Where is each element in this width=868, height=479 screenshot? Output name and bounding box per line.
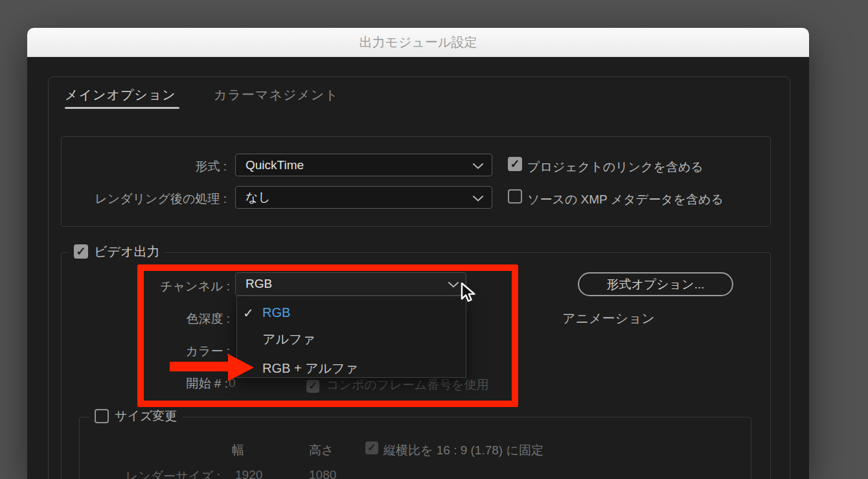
width-column-header: 幅 (232, 442, 244, 459)
format-label: 形式 : (58, 158, 227, 175)
resize-legend: サイズ変更 (89, 407, 182, 425)
chevron-down-icon (473, 191, 483, 205)
tab-color-management[interactable]: カラーマネジメント (214, 86, 339, 104)
format-options-button[interactable]: 形式オプション... (578, 272, 733, 296)
video-output-label: ビデオ出力 (94, 243, 159, 261)
post-render-select[interactable]: なし (235, 186, 492, 209)
render-size-label: レンダーサイズ : (78, 468, 220, 479)
format-groupbox (61, 136, 771, 227)
dialog-title: 出力モジュール設定 (360, 35, 477, 49)
format-select[interactable]: QuickTime (235, 154, 492, 176)
tab-main-options[interactable]: メインオプション (65, 86, 176, 104)
post-render-select-value: なし (246, 189, 271, 206)
lock-aspect-checkbox[interactable]: ✓ (365, 441, 378, 454)
mouse-cursor-icon (460, 282, 477, 306)
check-icon: ✓ (367, 442, 376, 453)
check-icon: ✓ (76, 245, 86, 258)
annotation-arrow (170, 362, 229, 371)
codec-value: アニメーション (562, 310, 655, 327)
post-render-label: レンダリング後の処理 : (58, 191, 227, 207)
render-height-value: 1080 (309, 468, 336, 479)
include-xmp-label: ソースの XMP メタデータを含める (527, 191, 724, 208)
annotation-arrow-head (228, 354, 254, 381)
check-icon: ✓ (510, 158, 520, 170)
height-column-header: 高さ (309, 442, 334, 459)
video-output-legend: ✓ ビデオ出力 (69, 242, 165, 261)
chevron-down-icon (473, 158, 483, 172)
desktop-background: 出力モジュール設定 メインオプション カラーマネジメント 形式 : QuickT… (0, 0, 868, 479)
video-output-checkbox[interactable]: ✓ (74, 244, 88, 259)
include-xmp-checkbox[interactable] (508, 189, 522, 204)
include-project-link-label: プロジェクトのリンクを含める (527, 159, 703, 176)
active-tab-underline (65, 107, 179, 109)
format-select-value: QuickTime (246, 158, 304, 172)
dialog-titlebar[interactable]: 出力モジュール設定 (27, 28, 809, 57)
lock-aspect-label: 縦横比を 16 : 9 (1.78) に固定 (383, 442, 543, 459)
render-width-value: 1920 (235, 468, 262, 479)
resize-label: サイズ変更 (115, 408, 177, 425)
resize-checkbox[interactable] (95, 409, 109, 423)
include-project-link-checkbox[interactable]: ✓ (508, 157, 522, 171)
